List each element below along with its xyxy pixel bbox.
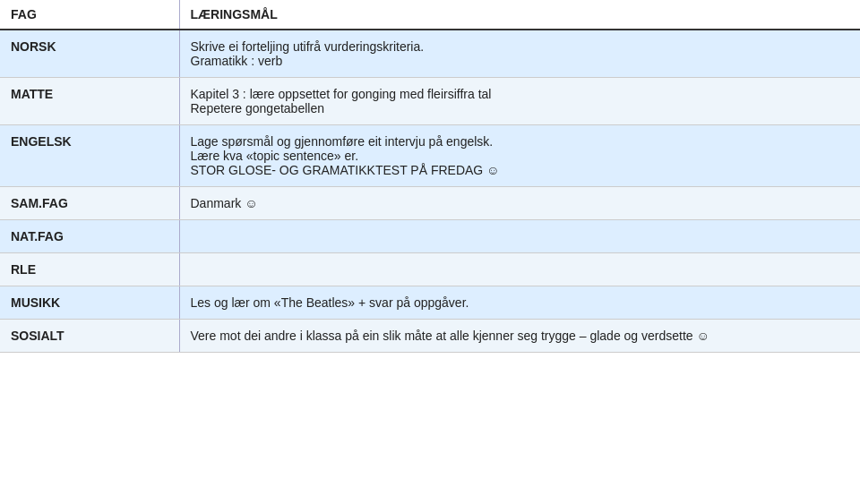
table-row: ENGELSKLage spørsmål og gjennomføre eit … <box>0 125 860 187</box>
header-maal: LÆRINGSMÅL <box>179 0 860 30</box>
cell-maal <box>179 253 860 286</box>
table-row: SOSIALTVere mot dei andre i klassa på ei… <box>0 320 860 353</box>
table-row: NORSKSkrive ei forteljing utifrå vurderi… <box>0 30 860 78</box>
cell-maal: Les og lær om «The Beatles» + svar på op… <box>179 286 860 320</box>
cell-maal: Vere mot dei andre i klassa på ein slik … <box>179 320 860 353</box>
cell-fag: MATTE <box>0 78 179 125</box>
cell-fag: SOSIALT <box>0 320 179 353</box>
table-row: MATTEKapitel 3 : lære oppsettet for gong… <box>0 78 860 125</box>
cell-fag: SAM.FAG <box>0 187 179 220</box>
cell-maal <box>179 220 860 253</box>
cell-maal: Danmark ☺ <box>179 187 860 220</box>
cell-maal: Lage spørsmål og gjennomføre eit intervj… <box>179 125 860 187</box>
cell-fag: RLE <box>0 253 179 286</box>
cell-maal: Kapitel 3 : lære oppsettet for gonging m… <box>179 78 860 125</box>
header-fag: FAG <box>0 0 179 30</box>
cell-fag: MUSIKK <box>0 286 179 320</box>
learning-goals-table: FAG LÆRINGSMÅL NORSKSkrive ei forteljing… <box>0 0 860 353</box>
table-row: RLE <box>0 253 860 286</box>
table-row: NAT.FAG <box>0 220 860 253</box>
cell-fag: NORSK <box>0 30 179 78</box>
cell-maal: Skrive ei forteljing utifrå vurderingskr… <box>179 30 860 78</box>
cell-fag: NAT.FAG <box>0 220 179 253</box>
cell-fag: ENGELSK <box>0 125 179 187</box>
table-row: SAM.FAGDanmark ☺ <box>0 187 860 220</box>
table-row: MUSIKKLes og lær om «The Beatles» + svar… <box>0 286 860 320</box>
